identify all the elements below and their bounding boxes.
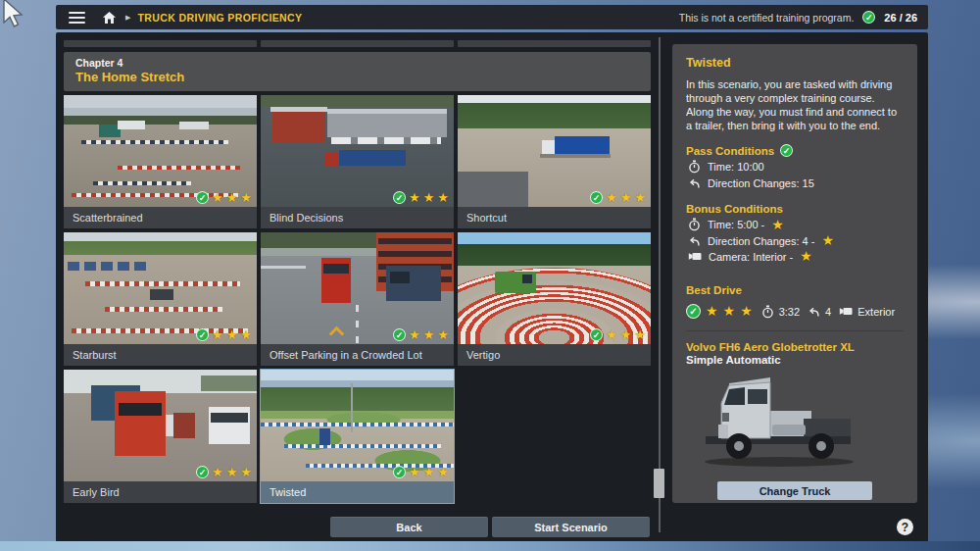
scenario-tile-starburst[interactable]: ✓ ★ ★ ★ Starburst <box>64 232 257 366</box>
previous-row-partial <box>64 40 651 47</box>
best-direction-changes: 4 <box>825 306 831 318</box>
tile-label: Offset Parking in a Crowded Lot <box>261 344 454 366</box>
truck-image <box>686 370 872 472</box>
partial-tile <box>261 40 454 47</box>
best-time: 3:32 <box>779 306 800 318</box>
star-icon: ★ <box>437 466 449 478</box>
star-icon: ★ <box>423 466 435 478</box>
star-icon: ★ <box>240 328 252 341</box>
star-icon: ★ <box>409 466 420 478</box>
pass-condition-time: Time: 10:00 <box>686 160 904 174</box>
best-drive-heading: Best Drive <box>686 284 904 296</box>
desktop: { "topbar": { "breadcrumb": "TRUCK DRIVI… <box>0 0 980 551</box>
star-icon: ★ <box>423 191 435 204</box>
tile-badges: ✓ ★ ★ ★ <box>196 328 252 341</box>
star-icon: ★ <box>226 328 238 341</box>
star-icon: ★ <box>226 191 238 204</box>
tile-label: Blind Decisions <box>261 207 454 228</box>
truck-transmission: Simple Automatic <box>686 354 904 366</box>
bonus-conditions-label: Bonus Conditions <box>686 203 783 215</box>
direction-changes-icon <box>808 305 820 318</box>
scenario-thumbnail: ✓ ★ ★ ★ <box>64 232 257 344</box>
partial-tile <box>64 40 257 47</box>
stopwatch-icon <box>688 218 701 231</box>
check-icon: ✓ <box>393 328 406 341</box>
home-icon[interactable] <box>102 11 117 25</box>
star-icon: ★ <box>437 191 449 204</box>
tile-badges: ✓ ★ ★ ★ <box>196 191 252 204</box>
tile-label: Starburst <box>64 344 257 366</box>
scenario-thumbnail: ✓ ★ ★ ★ <box>64 95 257 207</box>
condition-text: Time: 10:00 <box>708 161 764 173</box>
star-icon: ★ <box>634 191 646 204</box>
scrollbar-handle[interactable] <box>654 469 664 498</box>
bonus-condition-time: Time: 5:00 - ★ <box>686 218 904 231</box>
star-icon: ★ <box>706 305 718 318</box>
desktop-bottom-strip <box>0 541 980 551</box>
star-icon: ★ <box>606 328 617 341</box>
star-icon: ★ <box>226 466 238 478</box>
breadcrumb-arrow-icon: ▶ <box>125 14 130 22</box>
scenario-tile-offset-parking[interactable]: ✓ ★ ★ ★ Offset Parking in a Crowded Lot <box>261 232 454 366</box>
star-icon: ★ <box>620 191 632 204</box>
panel-divider <box>686 330 904 331</box>
star-icon: ★ <box>634 328 646 341</box>
check-icon: ✓ <box>590 191 603 204</box>
chapter-title: The Home Stretch <box>75 70 651 84</box>
topbar-right: This is not a certified training program… <box>679 11 917 24</box>
pass-condition-direction: Direction Changes: 15 <box>686 176 904 189</box>
tile-row: ✓ ★ ★ ★ Early Bird ✓ ★ ★ ★ Twisted <box>64 370 651 503</box>
scenario-thumbnail: ✓ ★ ★ ★ <box>458 232 651 344</box>
scenario-thumbnail: ✓ ★ ★ ★ <box>261 370 454 481</box>
tile-badges: ✓ ★ ★ ★ <box>196 466 252 478</box>
scenario-detail-panel: Twisted In this scenario, you are tasked… <box>672 44 917 503</box>
scenario-thumbnail: ✓ ★ ★ ★ <box>64 370 257 481</box>
tile-row: ✓ ★ ★ ★ Scatterbrained ✓ ★ ★ ★ Blind Dec… <box>64 95 651 228</box>
scrollbar-track[interactable] <box>659 37 661 532</box>
menu-icon[interactable] <box>69 12 85 24</box>
star-icon: ★ <box>723 305 736 318</box>
pass-conditions-heading: Pass Conditions ✓ <box>686 144 904 157</box>
scenario-tile-blind-decisions[interactable]: ✓ ★ ★ ★ Blind Decisions <box>261 95 454 228</box>
star-icon: ★ <box>423 328 435 341</box>
scenario-thumbnail: ✓ ★ ★ ★ <box>261 232 454 344</box>
star-icon: ★ <box>437 328 449 341</box>
star-icon: ★ <box>620 328 632 341</box>
direction-changes-icon <box>688 234 701 247</box>
pass-conditions-label: Pass Conditions <box>686 145 774 157</box>
check-icon: ✓ <box>196 466 209 478</box>
check-icon: ✓ <box>780 144 793 157</box>
tile-label: Early Bird <box>64 481 257 503</box>
star-icon: ★ <box>240 466 252 478</box>
scenario-tile-scatterbrained[interactable]: ✓ ★ ★ ★ Scatterbrained <box>64 95 257 228</box>
tile-badges: ✓ ★ ★ ★ <box>590 191 646 204</box>
tile-label: Vertigo <box>458 344 651 366</box>
back-button[interactable]: Back <box>330 517 488 537</box>
star-icon: ★ <box>771 219 784 231</box>
check-icon: ✓ <box>590 328 603 341</box>
progress-check-icon: ✓ <box>862 11 875 24</box>
scenario-tile-twisted[interactable]: ✓ ★ ★ ★ Twisted <box>261 370 454 503</box>
direction-changes-icon <box>688 176 701 189</box>
stopwatch-icon <box>688 160 701 174</box>
help-button[interactable]: ? <box>897 519 913 535</box>
star-icon: ★ <box>800 250 812 263</box>
bonus-condition-camera: Camera: Interior - ★ <box>686 250 904 263</box>
chapter-header: Chapter 4 The Home Stretch <box>64 52 651 91</box>
partial-tile <box>458 40 651 47</box>
tile-row: ✓ ★ ★ ★ Starburst ✓ ★ ★ ★ Offset Parking… <box>64 232 651 366</box>
scenario-tile-shortcut[interactable]: ✓ ★ ★ ★ Shortcut <box>458 95 651 228</box>
start-scenario-button[interactable]: Start Scenario <box>492 517 650 537</box>
green-truck <box>495 272 536 293</box>
scenario-tile-vertigo[interactable]: ✓ ★ ★ ★ Vertigo <box>458 232 651 366</box>
scenario-thumbnail: ✓ ★ ★ ★ <box>458 95 651 207</box>
road-arrow-marker <box>329 326 345 342</box>
condition-text: Time: 5:00 - <box>708 219 764 230</box>
scenario-tile-early-bird[interactable]: ✓ ★ ★ ★ Early Bird <box>64 370 257 503</box>
star-icon: ★ <box>409 191 420 204</box>
scenario-thumbnail: ✓ ★ ★ ★ <box>261 95 454 207</box>
star-icon: ★ <box>606 191 617 204</box>
change-truck-button[interactable]: Change Truck <box>717 481 872 500</box>
check-icon: ✓ <box>393 191 406 204</box>
check-icon: ✓ <box>393 466 406 478</box>
